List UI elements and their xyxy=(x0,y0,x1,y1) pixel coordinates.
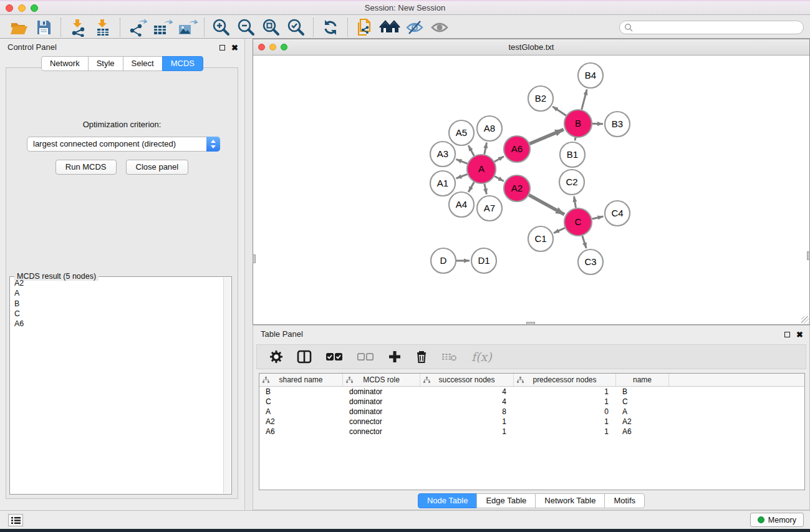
table-cell[interactable]: 1 xyxy=(514,417,616,427)
minimize-window-button[interactable] xyxy=(18,4,26,12)
graph-edge-C-C1[interactable] xyxy=(554,228,565,233)
refresh-icon[interactable] xyxy=(318,17,343,37)
graph-edge-C-C2[interactable] xyxy=(574,196,576,208)
function-builder-icon[interactable]: f(x) xyxy=(471,350,492,364)
tab-network-table[interactable]: Network Table xyxy=(535,493,605,508)
table-cell[interactable]: C xyxy=(616,397,669,407)
table-row[interactable]: Bdominator41B xyxy=(259,387,804,397)
zoom-out-icon[interactable] xyxy=(234,17,259,37)
graph-edge-A-A5[interactable] xyxy=(468,145,474,156)
new-network-from-selection-icon[interactable] xyxy=(352,17,377,37)
hide-selected-icon[interactable] xyxy=(402,17,427,37)
mcds-result-item[interactable]: A2 xyxy=(11,278,223,288)
export-table-icon[interactable] xyxy=(150,17,175,37)
zoom-in-icon[interactable] xyxy=(209,17,234,37)
mcds-result-item[interactable]: C xyxy=(11,309,223,319)
table-cell[interactable]: B xyxy=(259,387,343,397)
mcds-result-list[interactable]: A2ABCA6 xyxy=(11,278,223,493)
select-all-checkboxes-icon[interactable] xyxy=(325,352,343,362)
table-row[interactable]: Adominator80A xyxy=(259,407,804,417)
tab-network[interactable]: Network xyxy=(41,56,89,71)
mcds-result-scrollbar[interactable] xyxy=(223,278,231,493)
graph-edge-A-A1[interactable] xyxy=(456,174,468,178)
table-cell[interactable]: 1 xyxy=(420,427,514,437)
table-cell[interactable]: connector xyxy=(343,417,420,427)
window-grip-left[interactable] xyxy=(253,254,256,263)
close-table-panel-icon[interactable]: ✖ xyxy=(796,331,803,339)
table-cell[interactable]: C xyxy=(259,397,343,407)
graph-edge-A-A6[interactable] xyxy=(494,157,504,162)
run-mcds-button[interactable]: Run MCDS xyxy=(55,160,117,175)
add-column-icon[interactable] xyxy=(388,350,402,364)
graph-edge-B-B1[interactable] xyxy=(575,138,576,141)
network-window-titlebar[interactable]: testGlobe.txt xyxy=(253,39,809,56)
table-cell[interactable]: 8 xyxy=(420,407,514,417)
table-cell[interactable]: A2 xyxy=(259,417,343,427)
node-table[interactable]: shared nameMCDS rolesuccessor nodesprede… xyxy=(259,373,805,490)
zoom-selected-icon[interactable] xyxy=(284,17,309,37)
table-cell[interactable]: dominator xyxy=(343,407,420,417)
table-cell[interactable]: A2 xyxy=(616,417,669,427)
table-cell[interactable]: 4 xyxy=(420,387,514,397)
graph-edge-B-B2[interactable] xyxy=(552,107,566,115)
clear-checkboxes-icon[interactable] xyxy=(357,352,374,362)
maximize-network-window-button[interactable] xyxy=(281,44,287,51)
graph-edge-A-A8[interactable] xyxy=(485,143,487,155)
column-header-name[interactable]: name xyxy=(616,374,669,386)
window-grip-right[interactable] xyxy=(807,251,810,260)
graph-edge-A-A4[interactable] xyxy=(468,182,474,192)
table-cell[interactable]: B xyxy=(616,387,669,397)
table-cell[interactable]: dominator xyxy=(343,387,420,397)
table-cell[interactable]: A xyxy=(259,407,343,417)
tab-select[interactable]: Select xyxy=(123,56,163,71)
table-cell[interactable]: 1 xyxy=(514,387,616,397)
gear-icon[interactable] xyxy=(269,350,283,364)
network-canvas[interactable]: B4B2BB3B1A5A8A6A3AA1C2A2A4A7C4CC1C3DD1 xyxy=(253,56,809,324)
zoom-fit-icon[interactable] xyxy=(259,17,284,37)
mcds-result-item[interactable]: A6 xyxy=(11,319,223,329)
show-panel-list-icon[interactable] xyxy=(8,514,23,526)
table-row[interactable]: A2connector11A2 xyxy=(259,417,804,427)
graph-edge-C-C4[interactable] xyxy=(592,216,603,219)
tab-node-table[interactable]: Node Table xyxy=(418,493,478,508)
import-network-icon[interactable] xyxy=(65,17,90,37)
table-cell[interactable]: A xyxy=(616,407,669,417)
table-row[interactable]: Cdominator41C xyxy=(259,397,804,407)
table-cell[interactable]: 1 xyxy=(420,417,514,427)
graph-edge-A2-C[interactable] xyxy=(529,195,564,215)
column-header-successor-nodes[interactable]: successor nodes xyxy=(420,374,514,386)
mcds-result-item[interactable]: A xyxy=(11,288,223,298)
search-input[interactable] xyxy=(633,22,803,33)
column-header-shared-name[interactable]: shared name xyxy=(259,374,343,386)
table-cell[interactable]: connector xyxy=(343,427,420,437)
close-panel-icon[interactable]: ✖ xyxy=(231,44,238,52)
table-cell[interactable]: 0 xyxy=(514,407,616,417)
delete-column-icon[interactable] xyxy=(415,350,428,364)
table-cell[interactable]: 1 xyxy=(514,427,616,437)
first-neighbors-icon[interactable] xyxy=(377,17,402,37)
minimize-network-window-button[interactable] xyxy=(269,44,276,51)
network-graph[interactable]: B4B2BB3B1A5A8A6A3AA1C2A2A4A7C4CC1C3DD1 xyxy=(253,56,809,324)
table-cell[interactable]: dominator xyxy=(343,397,420,407)
graph-edge-B-B4[interactable] xyxy=(582,89,587,109)
delete-table-icon[interactable] xyxy=(441,351,458,362)
close-panel-button[interactable]: Close panel xyxy=(126,160,189,175)
memory-button[interactable]: Memory xyxy=(750,513,804,527)
save-session-icon[interactable] xyxy=(31,17,56,37)
tab-style[interactable]: Style xyxy=(88,56,123,71)
export-image-icon[interactable] xyxy=(175,17,200,37)
table-cell[interactable]: A6 xyxy=(616,427,669,437)
graph-edge-A6-B[interactable] xyxy=(529,130,564,144)
tab-edge-table[interactable]: Edge Table xyxy=(476,493,536,508)
table-cell[interactable]: 1 xyxy=(514,397,616,407)
table-cell[interactable]: 4 xyxy=(420,397,514,407)
graph-edge-A-A2[interactable] xyxy=(494,176,504,181)
tab-motifs[interactable]: Motifs xyxy=(604,493,645,508)
open-file-icon[interactable] xyxy=(6,17,31,37)
close-network-window-button[interactable] xyxy=(258,44,265,51)
import-table-icon[interactable] xyxy=(90,17,115,37)
float-panel-icon[interactable] xyxy=(219,45,225,51)
column-header-predecessor-nodes[interactable]: predecessor nodes xyxy=(514,374,616,386)
window-resize-grip[interactable] xyxy=(801,316,809,324)
close-window-button[interactable] xyxy=(6,4,13,12)
